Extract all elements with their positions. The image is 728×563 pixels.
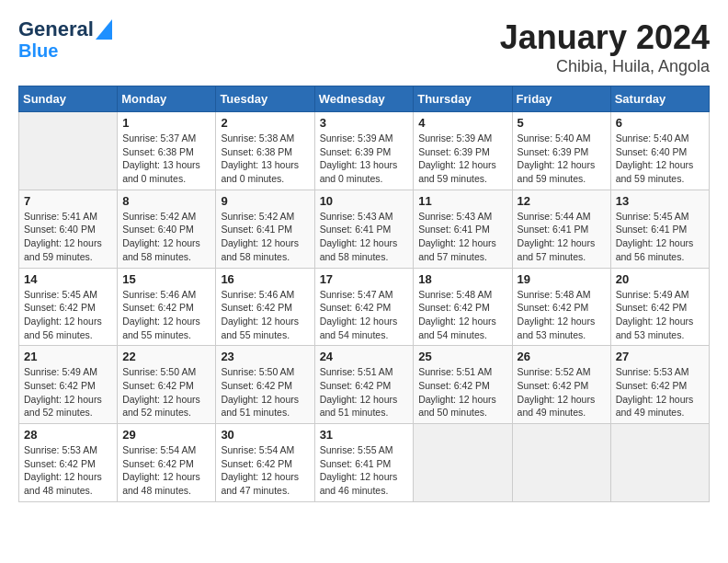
- calendar-subtitle: Chibia, Huila, Angola: [500, 57, 710, 76]
- weekday-header: Saturday: [610, 86, 709, 112]
- calendar-table: SundayMondayTuesdayWednesdayThursdayFrid…: [18, 86, 710, 502]
- calendar-cell: 20Sunrise: 5:49 AMSunset: 6:42 PMDayligh…: [610, 268, 709, 346]
- day-number: 22: [122, 350, 210, 363]
- day-number: 3: [320, 116, 409, 130]
- calendar-cell: 28Sunrise: 5:53 AMSunset: 6:42 PMDayligh…: [19, 424, 118, 502]
- day-number: 9: [221, 194, 309, 208]
- day-info: Sunrise: 5:38 AMSunset: 6:38 PMDaylight:…: [221, 132, 309, 186]
- day-info: Sunrise: 5:44 AMSunset: 6:41 PMDaylight:…: [518, 210, 606, 264]
- day-info: Sunrise: 5:47 AMSunset: 6:42 PMDaylight:…: [320, 288, 409, 342]
- day-number: 11: [418, 194, 506, 208]
- day-number: 15: [122, 272, 210, 286]
- day-info: Sunrise: 5:51 AMSunset: 6:42 PMDaylight:…: [418, 365, 506, 419]
- calendar-cell: [19, 112, 118, 190]
- day-info: Sunrise: 5:49 AMSunset: 6:42 PMDaylight:…: [616, 288, 704, 342]
- calendar-week-row: 21Sunrise: 5:49 AMSunset: 6:42 PMDayligh…: [19, 346, 710, 424]
- day-info: Sunrise: 5:55 AMSunset: 6:41 PMDaylight:…: [320, 443, 409, 498]
- calendar-cell: 17Sunrise: 5:47 AMSunset: 6:42 PMDayligh…: [314, 268, 414, 346]
- day-info: Sunrise: 5:53 AMSunset: 6:42 PMDaylight:…: [616, 365, 704, 419]
- calendar-cell: 29Sunrise: 5:54 AMSunset: 6:42 PMDayligh…: [118, 424, 216, 502]
- day-number: 14: [24, 272, 112, 286]
- weekday-header: Thursday: [414, 86, 512, 112]
- day-number: 16: [221, 272, 309, 286]
- day-info: Sunrise: 5:45 AMSunset: 6:41 PMDaylight:…: [616, 210, 704, 264]
- day-number: 19: [518, 272, 606, 286]
- day-number: 23: [221, 350, 309, 363]
- logo-general: General: [18, 18, 94, 40]
- day-info: Sunrise: 5:51 AMSunset: 6:42 PMDaylight:…: [320, 365, 409, 419]
- day-info: Sunrise: 5:42 AMSunset: 6:41 PMDaylight:…: [221, 210, 309, 264]
- title-block: January 2024 Chibia, Huila, Angola: [500, 18, 710, 76]
- day-number: 12: [518, 194, 606, 208]
- day-info: Sunrise: 5:54 AMSunset: 6:42 PMDaylight:…: [221, 443, 309, 498]
- calendar-cell: 14Sunrise: 5:45 AMSunset: 6:42 PMDayligh…: [19, 268, 118, 346]
- day-info: Sunrise: 5:39 AMSunset: 6:39 PMDaylight:…: [418, 132, 506, 186]
- calendar-cell: 1Sunrise: 5:37 AMSunset: 6:38 PMDaylight…: [118, 112, 216, 190]
- calendar-cell: 2Sunrise: 5:38 AMSunset: 6:38 PMDaylight…: [216, 112, 314, 190]
- calendar-cell: 11Sunrise: 5:43 AMSunset: 6:41 PMDayligh…: [414, 190, 512, 268]
- logo-blue: Blue: [18, 40, 58, 61]
- calendar-cell: 31Sunrise: 5:55 AMSunset: 6:41 PMDayligh…: [314, 424, 414, 502]
- weekday-header: Sunday: [19, 86, 118, 112]
- weekday-header: Wednesday: [314, 86, 414, 112]
- weekday-row: SundayMondayTuesdayWednesdayThursdayFrid…: [19, 86, 710, 112]
- day-number: 30: [221, 428, 309, 442]
- day-number: 5: [518, 116, 606, 130]
- day-info: Sunrise: 5:46 AMSunset: 6:42 PMDaylight:…: [221, 288, 309, 342]
- calendar-cell: 22Sunrise: 5:50 AMSunset: 6:42 PMDayligh…: [118, 346, 216, 424]
- day-number: 18: [418, 272, 506, 286]
- day-info: Sunrise: 5:37 AMSunset: 6:38 PMDaylight:…: [122, 132, 210, 186]
- weekday-header: Tuesday: [216, 86, 314, 112]
- calendar-cell: 6Sunrise: 5:40 AMSunset: 6:40 PMDaylight…: [610, 112, 709, 190]
- svg-marker-0: [96, 19, 112, 40]
- day-info: Sunrise: 5:46 AMSunset: 6:42 PMDaylight:…: [122, 288, 210, 342]
- day-info: Sunrise: 5:42 AMSunset: 6:40 PMDaylight:…: [122, 210, 210, 264]
- weekday-header: Monday: [118, 86, 216, 112]
- day-number: 21: [24, 350, 112, 363]
- calendar-cell: 19Sunrise: 5:48 AMSunset: 6:42 PMDayligh…: [512, 268, 610, 346]
- day-info: Sunrise: 5:50 AMSunset: 6:42 PMDaylight:…: [122, 365, 210, 419]
- calendar-cell: [414, 424, 512, 502]
- calendar-cell: 13Sunrise: 5:45 AMSunset: 6:41 PMDayligh…: [610, 190, 709, 268]
- calendar-cell: 4Sunrise: 5:39 AMSunset: 6:39 PMDaylight…: [414, 112, 512, 190]
- calendar-cell: 24Sunrise: 5:51 AMSunset: 6:42 PMDayligh…: [314, 346, 414, 424]
- day-info: Sunrise: 5:48 AMSunset: 6:42 PMDaylight:…: [518, 288, 606, 342]
- calendar-week-row: 7Sunrise: 5:41 AMSunset: 6:40 PMDaylight…: [19, 190, 710, 268]
- calendar-cell: 9Sunrise: 5:42 AMSunset: 6:41 PMDaylight…: [216, 190, 314, 268]
- calendar-cell: 21Sunrise: 5:49 AMSunset: 6:42 PMDayligh…: [19, 346, 118, 424]
- page-header: General Blue January 2024 Chibia, Huila,…: [18, 18, 710, 76]
- day-number: 31: [320, 428, 409, 442]
- calendar-week-row: 14Sunrise: 5:45 AMSunset: 6:42 PMDayligh…: [19, 268, 710, 346]
- day-info: Sunrise: 5:43 AMSunset: 6:41 PMDaylight:…: [418, 210, 506, 264]
- day-number: 13: [616, 194, 704, 208]
- calendar-cell: 15Sunrise: 5:46 AMSunset: 6:42 PMDayligh…: [118, 268, 216, 346]
- day-info: Sunrise: 5:50 AMSunset: 6:42 PMDaylight:…: [221, 365, 309, 419]
- calendar-cell: 12Sunrise: 5:44 AMSunset: 6:41 PMDayligh…: [512, 190, 610, 268]
- day-number: 26: [518, 350, 606, 363]
- calendar-header: SundayMondayTuesdayWednesdayThursdayFrid…: [19, 86, 710, 112]
- day-number: 17: [320, 272, 409, 286]
- calendar-week-row: 1Sunrise: 5:37 AMSunset: 6:38 PMDaylight…: [19, 112, 710, 190]
- day-info: Sunrise: 5:39 AMSunset: 6:39 PMDaylight:…: [320, 132, 409, 186]
- day-number: 29: [122, 428, 210, 442]
- calendar-cell: 30Sunrise: 5:54 AMSunset: 6:42 PMDayligh…: [216, 424, 314, 502]
- calendar-cell: 5Sunrise: 5:40 AMSunset: 6:39 PMDaylight…: [512, 112, 610, 190]
- calendar-cell: 23Sunrise: 5:50 AMSunset: 6:42 PMDayligh…: [216, 346, 314, 424]
- calendar-body: 1Sunrise: 5:37 AMSunset: 6:38 PMDaylight…: [19, 112, 710, 502]
- calendar-cell: 27Sunrise: 5:53 AMSunset: 6:42 PMDayligh…: [610, 346, 709, 424]
- day-info: Sunrise: 5:48 AMSunset: 6:42 PMDaylight:…: [418, 288, 506, 342]
- day-number: 4: [418, 116, 506, 130]
- day-number: 27: [616, 350, 704, 363]
- day-info: Sunrise: 5:41 AMSunset: 6:40 PMDaylight:…: [24, 210, 112, 264]
- day-number: 7: [24, 194, 112, 208]
- day-info: Sunrise: 5:40 AMSunset: 6:40 PMDaylight:…: [616, 132, 704, 186]
- day-info: Sunrise: 5:52 AMSunset: 6:42 PMDaylight:…: [518, 365, 606, 419]
- logo-icon: [96, 19, 112, 40]
- calendar-cell: 8Sunrise: 5:42 AMSunset: 6:40 PMDaylight…: [118, 190, 216, 268]
- weekday-header: Friday: [512, 86, 610, 112]
- day-number: 20: [616, 272, 704, 286]
- calendar-cell: 18Sunrise: 5:48 AMSunset: 6:42 PMDayligh…: [414, 268, 512, 346]
- day-number: 6: [616, 116, 704, 130]
- day-info: Sunrise: 5:49 AMSunset: 6:42 PMDaylight:…: [24, 365, 112, 419]
- day-info: Sunrise: 5:54 AMSunset: 6:42 PMDaylight:…: [122, 443, 210, 498]
